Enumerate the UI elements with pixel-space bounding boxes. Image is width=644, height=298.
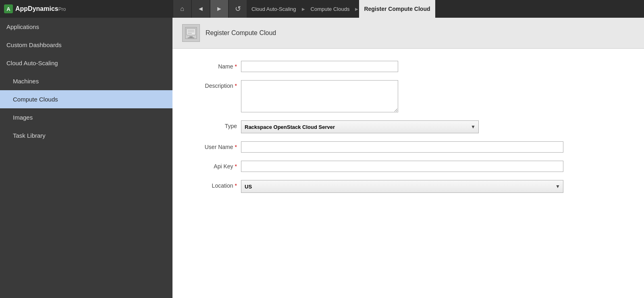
nav-buttons: ⌂ ◄ ► ↺: [173, 0, 247, 18]
sidebar-item-machines[interactable]: Machines: [0, 72, 172, 90]
apikey-label: Api Key*: [189, 161, 241, 170]
refresh-button[interactable]: ↺: [229, 0, 247, 18]
logo-area: A AppDynamicsPro: [4, 4, 173, 13]
svg-rect-4: [189, 36, 193, 37]
location-label: Location*: [189, 180, 241, 189]
breadcrumb-cloud-autoscaling[interactable]: Cloud Auto-Scaling: [247, 0, 301, 18]
name-required: *: [235, 63, 237, 70]
breadcrumb-area: Cloud Auto-Scaling ▶ Compute Clouds ▶ Re…: [247, 0, 640, 18]
back-button[interactable]: ◄: [192, 0, 210, 18]
sidebar-item-task-library[interactable]: Task Library: [0, 126, 172, 145]
breadcrumb-arrow-1: ▶: [302, 7, 305, 11]
username-required: *: [235, 144, 237, 150]
forward-button[interactable]: ►: [210, 0, 228, 18]
breadcrumb-arrow-2: ▶: [355, 7, 358, 11]
appdynamics-logo-icon: A: [4, 4, 13, 13]
location-row: Location* US UK ▼: [189, 180, 628, 193]
description-required: *: [235, 83, 237, 89]
sidebar-item-applications[interactable]: Applications: [0, 18, 172, 36]
apikey-input[interactable]: [241, 161, 563, 172]
type-select-wrapper: Rackspace OpenStack Cloud Server Amazon …: [241, 120, 479, 133]
description-label: Description*: [189, 80, 241, 89]
sidebar-item-images[interactable]: Images: [0, 108, 172, 126]
sidebar-item-custom-dashboards[interactable]: Custom Dashboards: [0, 36, 172, 54]
description-row: Description*: [189, 80, 628, 112]
main-layout: Applications Custom Dashboards Cloud Aut…: [0, 18, 644, 298]
home-button[interactable]: ⌂: [173, 0, 191, 18]
sidebar-item-compute-clouds[interactable]: Compute Clouds: [0, 90, 172, 108]
username-input[interactable]: [241, 141, 563, 153]
name-input[interactable]: [241, 61, 398, 72]
type-row: Type Rackspace OpenStack Cloud Server Am…: [189, 120, 628, 133]
apikey-row: Api Key*: [189, 161, 628, 172]
form-area: Name* Description* Type Rackspace OpenSt…: [172, 49, 644, 298]
breadcrumb-compute-clouds[interactable]: Compute Clouds: [306, 0, 355, 18]
name-label: Name*: [189, 61, 241, 70]
location-required: *: [235, 182, 237, 189]
location-select[interactable]: US UK: [241, 180, 563, 193]
username-row: User Name*: [189, 141, 628, 153]
page-title: Register Compute Cloud: [206, 29, 276, 37]
name-row: Name*: [189, 61, 628, 72]
type-label: Type: [189, 120, 241, 129]
location-select-wrapper: US UK ▼: [241, 180, 563, 193]
type-select[interactable]: Rackspace OpenStack Cloud Server Amazon …: [241, 120, 479, 133]
breadcrumb-register-compute-cloud[interactable]: Register Compute Cloud: [359, 0, 435, 18]
sidebar-item-cloud-autoscaling[interactable]: Cloud Auto-Scaling: [0, 54, 172, 72]
apikey-required: *: [235, 163, 237, 170]
content: Register Compute Cloud Name* Description…: [172, 18, 644, 298]
register-compute-cloud-icon: [182, 24, 200, 42]
page-header: Register Compute Cloud: [172, 18, 644, 49]
sidebar: Applications Custom Dashboards Cloud Aut…: [0, 18, 172, 298]
description-input[interactable]: [241, 80, 398, 112]
topbar: A AppDynamicsPro ⌂ ◄ ► ↺ Cloud Auto-Scal…: [0, 0, 644, 18]
username-label: User Name*: [189, 141, 241, 150]
svg-text:A: A: [6, 6, 10, 12]
logo-text: AppDynamicsPro: [15, 5, 66, 12]
